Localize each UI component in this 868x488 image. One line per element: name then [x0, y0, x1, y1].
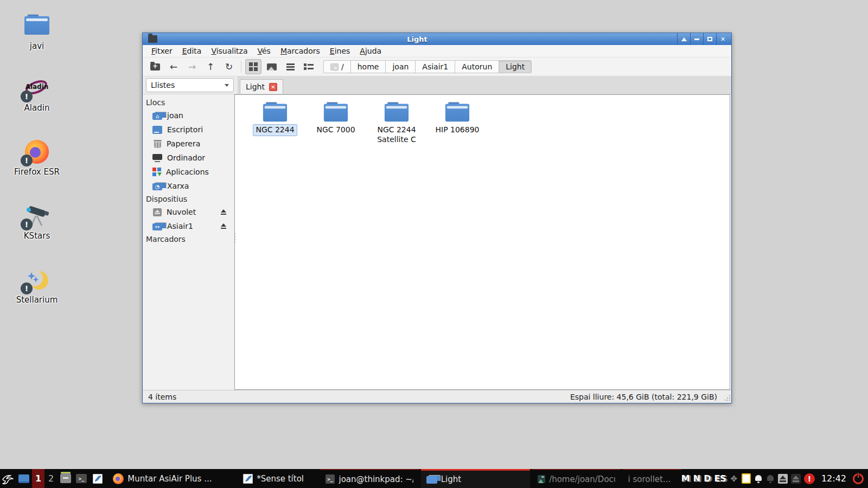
alert-icon[interactable]: !: [804, 473, 815, 484]
path-joan-button[interactable]: joan: [385, 60, 415, 73]
shade-button[interactable]: [677, 33, 690, 45]
compact-view-button[interactable]: [282, 59, 298, 74]
path-home-button[interactable]: home: [350, 60, 386, 73]
eject-icon[interactable]: [220, 209, 227, 215]
menu-fitxer[interactable]: Fitxer: [147, 46, 177, 56]
up-button[interactable]: ↑: [202, 59, 219, 74]
menu-visualitza[interactable]: Visualitza: [207, 46, 252, 56]
minimize-button[interactable]: [690, 33, 703, 45]
icon-view-button[interactable]: [245, 59, 261, 74]
moon-stars-icon: !: [24, 268, 50, 293]
detailed-view-button[interactable]: [301, 59, 317, 74]
folder-icon: [24, 14, 50, 39]
menu-ajuda[interactable]: Ajuda: [355, 46, 386, 56]
sidebar-item-ordinador[interactable]: Ordinador: [143, 151, 234, 165]
free-space: Espai lliure: 45,6 GiB (total: 221,9 GiB…: [570, 393, 717, 401]
sidebar-item-paperera[interactable]: Paperera: [143, 137, 234, 151]
sidebar-header-devices: Dispositius: [143, 193, 234, 205]
desktop-icon-kstars[interactable]: ! KStars: [7, 204, 67, 241]
taskbar-window-image-viewer[interactable]: /home/joan/Docum...: [532, 469, 620, 488]
file-name: NGC 7000: [314, 124, 358, 136]
move-arrows-icon[interactable]: ✥: [730, 474, 738, 483]
forward-icon: →: [188, 61, 196, 72]
tab-close-icon[interactable]: ✕: [269, 83, 277, 91]
sidebar-item-escriptori[interactable]: Escriptori: [143, 123, 234, 137]
sidepane-mode-select[interactable]: Llistes: [146, 78, 234, 92]
file-item-hip-106890[interactable]: HIP 106890: [427, 101, 488, 136]
forward-button[interactable]: →: [184, 59, 200, 74]
window-folder-icon: [148, 35, 157, 43]
resize-grip[interactable]: [724, 395, 730, 402]
featherpad-launcher[interactable]: [90, 469, 105, 488]
window-title: Light: [157, 35, 677, 43]
desktop-icon-aladin[interactable]: Aladin ! Aladin: [7, 76, 67, 113]
file-item-ngc-2244-satellite-c[interactable]: NGC 2244 Satellite C: [366, 101, 427, 145]
taskbar-window-firefox[interactable]: Muntar AsiAir Plus ...: [107, 469, 235, 488]
path-light-button[interactable]: Light: [499, 60, 532, 73]
tray-n-icon[interactable]: N: [693, 473, 700, 484]
computer-icon: [152, 154, 162, 162]
eject-tray-shadow-icon: [791, 474, 801, 484]
power-button-icon[interactable]: [853, 473, 864, 484]
app-menu-button[interactable]: [0, 469, 16, 488]
menu-marcadors[interactable]: Marcadors: [276, 46, 324, 56]
desktop-icon-label: KStars: [7, 231, 67, 241]
folder-icon: [263, 102, 287, 121]
eject-tray-icon[interactable]: [778, 474, 788, 484]
taskbar-window-terminal[interactable]: >_ joan@thinkpad: ~/...: [320, 469, 419, 488]
desktop-icon-label: Aladin: [7, 103, 67, 113]
taskbar-window-featherpad[interactable]: *Sense títol: [238, 469, 318, 488]
file-view[interactable]: NGC 2244 NGC 7000 NGC 2244 Satellite C H…: [234, 94, 730, 390]
workspace-1[interactable]: 1: [32, 469, 45, 488]
desktop-icon-javi[interactable]: javi: [7, 14, 67, 51]
terminal-launcher[interactable]: >_: [73, 469, 89, 488]
clock[interactable]: 12:42: [818, 473, 850, 484]
taskbar-window-sorollet[interactable]: i sorollet...: [623, 469, 681, 488]
new-tab-icon: [150, 63, 160, 70]
close-icon: ✕: [720, 36, 725, 43]
path-asiair1-button[interactable]: Asiair1: [415, 60, 455, 73]
minimize-icon: [694, 38, 699, 40]
path-root-button[interactable]: /: [323, 60, 350, 73]
desktop-icon-stellarium[interactable]: ! Stellarium: [7, 268, 67, 305]
tab-light[interactable]: Light ✕: [240, 79, 283, 94]
file-item-ngc-7000[interactable]: NGC 7000: [305, 101, 366, 136]
file-name: HIP 106890: [433, 124, 482, 136]
titlebar[interactable]: Light ✕: [143, 33, 731, 45]
eject-icon[interactable]: [220, 223, 227, 229]
desktop-icon-label: Firefox ESR: [7, 167, 67, 177]
icon-view-icon: [249, 62, 258, 71]
workspace-2[interactable]: 2: [44, 469, 58, 488]
thumbnail-view-button[interactable]: [264, 59, 280, 74]
menu-edita[interactable]: Edita: [178, 46, 206, 56]
taskbar-window-light[interactable]: Light: [421, 469, 531, 488]
show-desktop-icon: [18, 474, 29, 483]
notification-bell-icon[interactable]: [754, 474, 763, 483]
folder-icon: [324, 102, 348, 121]
maximize-icon: [707, 37, 712, 41]
back-button[interactable]: ←: [165, 59, 182, 74]
tray-m-icon[interactable]: M: [681, 473, 690, 484]
desktop-icon-firefox-esr[interactable]: ! Firefox ESR: [7, 140, 67, 177]
desktop-icon-label: Stellarium: [7, 295, 67, 305]
show-desktop-button[interactable]: [16, 469, 31, 488]
maximize-button[interactable]: [703, 33, 716, 45]
close-button[interactable]: ✕: [716, 33, 729, 45]
path-autorun-button[interactable]: Autorun: [455, 60, 499, 73]
tray-d-icon[interactable]: D: [704, 473, 711, 484]
sidebar-item-asiair1[interactable]: ↔ Asiair1: [143, 219, 234, 233]
menu-eines[interactable]: Eines: [326, 46, 355, 56]
clipboard-icon[interactable]: [742, 473, 751, 484]
sidebar-item-xarxa[interactable]: ◔ Xarxa: [143, 179, 234, 193]
menu-ves[interactable]: Vés: [253, 46, 275, 56]
file-item-ngc-2244[interactable]: NGC 2244: [245, 101, 305, 136]
reload-button[interactable]: ↻: [221, 59, 237, 74]
pane-splitter[interactable]: [233, 230, 237, 245]
sidebar-item-joan[interactable]: ⌂ joan: [143, 108, 234, 123]
sidebar-item-aplicacions[interactable]: Aplicacions: [143, 165, 234, 179]
new-tab-button[interactable]: [147, 59, 163, 74]
sidebar-item-nuvolet[interactable]: Nuvolet: [143, 205, 234, 219]
back-icon: ←: [170, 61, 177, 72]
tray-es-keyboard-icon[interactable]: ES: [714, 473, 726, 484]
file-manager-launcher[interactable]: [58, 469, 73, 488]
